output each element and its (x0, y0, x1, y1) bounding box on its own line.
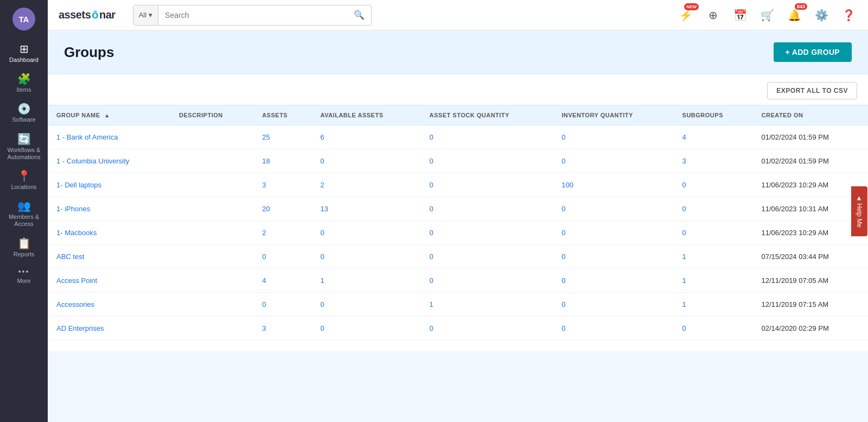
cart-button[interactable]: 🛒 (758, 7, 776, 24)
inventory-value[interactable]: 0 (561, 205, 565, 213)
inventory-value[interactable]: 0 (561, 276, 565, 285)
help-me-tab[interactable]: ◄ Help Me (851, 186, 867, 236)
subgroups-value[interactable]: 1 (682, 253, 686, 261)
asset-stock-value[interactable]: 0 (430, 253, 433, 261)
cell-available-assets: 1 (312, 269, 421, 293)
assets-value[interactable]: 4 (262, 276, 266, 285)
cell-subgroups: 1 (674, 269, 753, 293)
group-name-link[interactable]: 1- iPhones (56, 205, 90, 213)
assets-value[interactable]: 20 (262, 205, 270, 213)
group-name-link[interactable]: Accessories (56, 300, 94, 308)
cell-assets: 0 (253, 293, 311, 317)
asset-stock-value[interactable]: 0 (430, 181, 433, 189)
sidebar-label-software: Software (12, 116, 35, 123)
cell-created-on: 01/02/2024 01:59 PM (753, 149, 868, 173)
subgroups-value[interactable]: 4 (682, 133, 686, 141)
search-button[interactable]: 🔍 (347, 10, 371, 20)
assets-value[interactable]: 3 (262, 181, 266, 189)
assets-value[interactable]: 3 (262, 324, 266, 332)
export-csv-button[interactable]: EXPORT ALL TO CSV (767, 82, 857, 99)
search-input[interactable] (158, 5, 347, 25)
available-assets-value[interactable]: 1 (321, 276, 324, 285)
asset-stock-value[interactable]: 0 (430, 157, 433, 165)
subgroups-value[interactable]: 1 (682, 300, 686, 308)
assets-value[interactable]: 0 (262, 253, 266, 261)
chevron-down-icon: ▾ (149, 11, 152, 19)
cell-subgroups: 0 (674, 173, 753, 197)
subgroups-value[interactable]: 0 (682, 229, 686, 237)
col-group-name-label: GROUP NAME (56, 112, 100, 118)
assets-value[interactable]: 0 (262, 300, 266, 308)
add-group-button[interactable]: + ADD GROUP (774, 42, 852, 62)
inventory-value[interactable]: 0 (561, 157, 565, 165)
inventory-value[interactable]: 100 (561, 181, 573, 189)
sidebar-item-dashboard[interactable]: ⊞ Dashboard (0, 38, 48, 68)
subgroups-value[interactable]: 0 (682, 205, 686, 213)
group-name-link[interactable]: ABC test (56, 253, 84, 261)
table-header: GROUP NAME ▲ DESCRIPTION ASSETS AVAILABL… (48, 105, 868, 125)
sidebar-item-members[interactable]: 👥 Members & Access (0, 195, 48, 232)
subgroups-value[interactable]: 1 (682, 276, 686, 285)
group-name-link[interactable]: 1 - Columbia University (56, 157, 129, 165)
asset-stock-value[interactable]: 0 (430, 276, 433, 285)
cell-asset-stock: 0 (421, 269, 553, 293)
inventory-value[interactable]: 0 (561, 253, 565, 261)
subgroups-value[interactable]: 3 (682, 157, 686, 165)
col-description: DESCRIPTION (170, 105, 253, 125)
subgroups-value[interactable]: 0 (682, 181, 686, 189)
available-assets-value[interactable]: 0 (321, 300, 324, 308)
app-logo: assets ō nar (59, 9, 116, 21)
group-name-link[interactable]: AD Enterprises (56, 324, 104, 332)
available-assets-value[interactable]: 6 (321, 133, 324, 141)
lightning-button[interactable]: ⚡ NEW (677, 7, 694, 24)
available-assets-value[interactable]: 0 (321, 324, 324, 332)
cell-subgroups: 0 (674, 221, 753, 245)
group-name-link[interactable]: Access Point (56, 276, 97, 285)
asset-stock-value[interactable]: 0 (430, 324, 433, 332)
asset-stock-value[interactable]: 0 (430, 229, 433, 237)
cell-inventory: 0 (553, 149, 673, 173)
cell-description (170, 293, 253, 317)
available-assets-value[interactable]: 0 (321, 229, 324, 237)
inventory-value[interactable]: 0 (561, 229, 565, 237)
sidebar-item-more[interactable]: ••• More (0, 262, 48, 289)
sidebar-item-locations[interactable]: 📍 Locations (0, 165, 48, 195)
calendar-button[interactable]: 📅 (731, 7, 749, 24)
asset-stock-value[interactable]: 0 (430, 133, 433, 141)
assets-value[interactable]: 25 (262, 133, 270, 141)
settings-button[interactable]: ⚙️ (813, 7, 830, 24)
group-name-link[interactable]: 1- Dell laptops (56, 181, 101, 189)
available-assets-value[interactable]: 0 (321, 253, 324, 261)
asset-stock-value[interactable]: 1 (430, 300, 433, 308)
sidebar-item-items[interactable]: 🧩 Items (0, 68, 48, 98)
add-button[interactable]: ⊕ (704, 7, 722, 24)
asset-stock-value[interactable]: 0 (430, 205, 433, 213)
cell-inventory: 0 (553, 245, 673, 269)
inventory-value[interactable]: 0 (561, 133, 565, 141)
available-assets-value[interactable]: 13 (321, 205, 328, 213)
col-assets: ASSETS (253, 105, 311, 125)
group-name-link[interactable]: 1- Macbooks (56, 229, 97, 237)
cell-subgroups: 0 (674, 317, 753, 341)
assets-value[interactable]: 18 (262, 157, 270, 165)
sidebar-item-workflows[interactable]: 🔄 Workflows & Automations (0, 128, 48, 165)
sidebar-item-reports[interactable]: 📋 Reports (0, 232, 48, 262)
sidebar: TA ⊞ Dashboard 🧩 Items 💿 Software 🔄 Work… (0, 0, 48, 422)
cell-group-name: 1- iPhones (48, 197, 170, 221)
assets-value[interactable]: 2 (262, 229, 266, 237)
available-assets-value[interactable]: 0 (321, 157, 324, 165)
sidebar-item-software[interactable]: 💿 Software (0, 98, 48, 128)
col-group-name[interactable]: GROUP NAME ▲ (48, 105, 170, 125)
cell-inventory: 0 (553, 197, 673, 221)
available-assets-value[interactable]: 2 (321, 181, 324, 189)
cell-assets: 3 (253, 173, 311, 197)
inventory-value[interactable]: 0 (561, 300, 565, 308)
search-filter-dropdown[interactable]: All ▾ (133, 5, 158, 25)
subgroups-value[interactable]: 0 (682, 324, 686, 332)
cell-assets: 3 (253, 317, 311, 341)
group-name-link[interactable]: 1 - Bank of America (56, 133, 118, 141)
notifications-button[interactable]: 🔔 843 (786, 7, 803, 24)
items-icon: 🧩 (17, 73, 31, 84)
help-button[interactable]: ❓ (840, 7, 857, 24)
inventory-value[interactable]: 0 (561, 324, 565, 332)
